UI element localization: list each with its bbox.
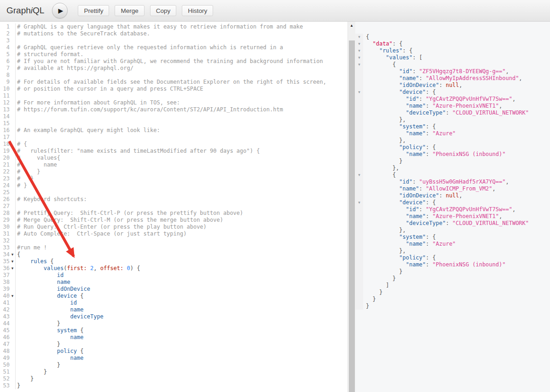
- merge-button[interactable]: Merge: [115, 5, 144, 16]
- code-text: }: [16, 382, 20, 389]
- editor-line: 37 id: [0, 272, 347, 279]
- editor-gutter: 45: [0, 327, 16, 334]
- query-editor[interactable]: 1# GraphQL is a query language that make…: [0, 22, 347, 392]
- scrollbar-thumb[interactable]: [349, 40, 355, 392]
- fold-gutter-empty: [10, 58, 15, 65]
- fold-gutter-empty: [10, 189, 15, 196]
- line-number: 49: [0, 355, 10, 362]
- fold-gutter-empty: [355, 68, 363, 75]
- fold-gutter-empty: [355, 75, 363, 82]
- editor-line: 2# mutations to the SecureTrack database…: [0, 30, 347, 37]
- editor-line: 18# {: [0, 141, 347, 148]
- editor-scrollbar[interactable]: ▲: [347, 22, 355, 392]
- fold-gutter-empty: [355, 248, 363, 254]
- editor-gutter: 20: [0, 155, 16, 161]
- code-text: }: [16, 369, 47, 375]
- result-line: "policy": {: [355, 254, 550, 261]
- code-text: id: [16, 300, 77, 306]
- execute-button[interactable]: ▶: [52, 3, 68, 18]
- fold-gutter-empty: [10, 375, 15, 382]
- code-text: [16, 92, 17, 99]
- editor-gutter: 31: [0, 231, 16, 237]
- fold-icon[interactable]: ▾: [355, 61, 363, 68]
- editor-gutter: 18: [0, 141, 16, 148]
- result-line: },: [355, 248, 550, 254]
- fold-gutter-empty: [355, 296, 363, 303]
- fold-gutter-empty: [355, 110, 363, 116]
- fold-gutter-empty: [10, 237, 15, 244]
- line-number: 32: [0, 237, 10, 244]
- code-text: ]: [363, 282, 389, 289]
- code-text: }: [363, 296, 376, 303]
- code-text: "name": "Azure-PhoenixVNET1",: [363, 103, 502, 110]
- main-split: 1# GraphQL is a query language that make…: [0, 22, 550, 392]
- prettify-button[interactable]: Prettify: [78, 5, 109, 16]
- code-text: {: [16, 251, 20, 258]
- code-text: device {: [16, 293, 84, 300]
- line-number: 48: [0, 348, 10, 355]
- fold-icon[interactable]: ▾: [10, 258, 15, 265]
- result-line: "id": "uyBssH5w0GmHadf5rXA7YQ==",: [355, 179, 550, 185]
- line-number: 1: [0, 23, 10, 30]
- code-text: }: [363, 268, 402, 275]
- editor-gutter: 2: [0, 30, 16, 37]
- code-text: "name": "AllowMyIpAddressSSHInbound",: [363, 75, 522, 82]
- code-text: "name": "AllowICMP_From_VM2",: [363, 185, 496, 192]
- line-number: 7: [0, 65, 10, 72]
- fold-gutter-empty: [355, 206, 363, 213]
- code-text: # If you are not familiar with GraphQL, …: [16, 58, 323, 65]
- line-number: 37: [0, 272, 10, 279]
- editor-gutter: 52: [0, 375, 16, 382]
- fold-gutter-empty: [355, 137, 363, 144]
- fold-icon[interactable]: ▾: [10, 251, 15, 258]
- fold-icon[interactable]: ▾: [355, 172, 363, 179]
- fold-gutter-empty: [10, 86, 15, 92]
- fold-icon[interactable]: ▾: [355, 199, 363, 206]
- line-number: 19: [0, 148, 10, 155]
- graphiql-logo: GraphiQL: [6, 6, 44, 16]
- editor-gutter: 48: [0, 348, 16, 355]
- editor-gutter: 16: [0, 127, 16, 134]
- code-text: },: [363, 137, 406, 144]
- fold-gutter-empty: [10, 382, 15, 389]
- play-icon: ▶: [58, 7, 64, 14]
- code-text: "idOnDevice": null,: [363, 192, 463, 199]
- editor-line: 36▾ values(first: 2, offset: 0) {: [0, 265, 347, 272]
- fold-icon[interactable]: ▾: [355, 89, 363, 96]
- fold-gutter-empty: [10, 369, 15, 375]
- editor-line: 39 idOnDevice: [0, 286, 347, 293]
- history-button[interactable]: History: [182, 5, 213, 16]
- editor-gutter: 7: [0, 65, 16, 72]
- editor-gutter: 8: [0, 72, 16, 79]
- code-text: }: [363, 289, 382, 296]
- fold-icon[interactable]: ▾: [355, 54, 363, 61]
- result-line: }: [355, 275, 550, 282]
- line-number: 33: [0, 244, 10, 251]
- fold-gutter-empty: [355, 303, 363, 310]
- fold-gutter-empty: [10, 120, 15, 127]
- fold-icon[interactable]: ▾: [10, 265, 15, 272]
- code-text: {: [363, 172, 396, 179]
- fold-gutter-empty: [10, 286, 15, 293]
- line-number: 34: [0, 251, 10, 258]
- copy-button[interactable]: Copy: [150, 5, 177, 16]
- fold-icon[interactable]: ▾: [355, 40, 363, 47]
- result-line: ▾ "data": {: [355, 40, 550, 47]
- code-text: #run me !: [16, 244, 47, 251]
- scroll-up-icon[interactable]: ▲: [348, 22, 355, 29]
- editor-line: 40▾ device {: [0, 293, 347, 300]
- fold-icon[interactable]: ▾: [355, 34, 363, 40]
- code-text: # or position the cursor in a query and …: [16, 86, 203, 92]
- result-line: }: [355, 303, 550, 310]
- fold-icon[interactable]: ▾: [355, 47, 363, 54]
- fold-gutter-empty: [10, 203, 15, 210]
- result-line: }: [355, 268, 550, 275]
- fold-gutter-empty: [355, 185, 363, 192]
- line-number: 35: [0, 258, 10, 265]
- fold-icon[interactable]: ▾: [10, 293, 15, 300]
- code-text: # rules(filter: "name exists and timeLas…: [16, 148, 260, 155]
- line-number: 52: [0, 375, 10, 382]
- code-text: [16, 189, 17, 196]
- line-number: 39: [0, 286, 10, 293]
- code-text: # Keyboard shortcuts:: [16, 196, 87, 203]
